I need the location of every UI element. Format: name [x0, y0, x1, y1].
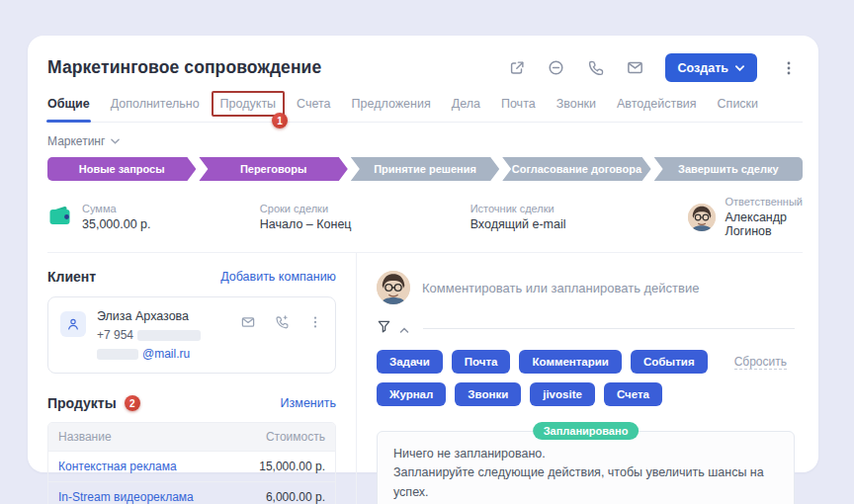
contact-details: Элиза Архазова +7 954 @mail.ru	[97, 309, 201, 361]
create-button[interactable]: Создать	[665, 53, 757, 82]
tab-invoices[interactable]: Счета	[297, 97, 330, 111]
create-button-label: Создать	[678, 61, 728, 75]
product-name-link[interactable]: In-Stream видеореклама	[58, 490, 194, 504]
dates-label: Сроки сделки	[260, 203, 352, 214]
tab-activities[interactable]: Дела	[452, 97, 480, 111]
timeline-filter-row	[377, 319, 795, 338]
contact-phone-icon[interactable]	[273, 313, 290, 330]
redacted-phone	[137, 330, 201, 341]
client-heading: Клиент	[47, 269, 96, 285]
products-table-header: Название Стоимость	[48, 423, 335, 451]
contact-phone[interactable]: +7 954	[97, 328, 201, 342]
filter-chip-calls[interactable]: Звонки	[455, 382, 521, 406]
comment-placeholder: Комментировать или запланировать действи…	[422, 281, 699, 295]
table-row: Контекстная реклама 15,000.00 р.	[48, 451, 335, 481]
header-actions: Создать	[507, 53, 799, 82]
filter-chip-jivosite[interactable]: jivosite	[530, 382, 595, 406]
mail-icon[interactable]	[626, 58, 645, 78]
col-price: Стоимость	[266, 430, 325, 444]
redacted-email	[97, 349, 138, 360]
responsible-avatar	[688, 204, 716, 231]
contact-email-domain: @mail.ru	[142, 347, 190, 361]
left-panel: Клиент Добавить компанию Элиза Архазова …	[47, 253, 356, 504]
source-value[interactable]: Входящий e-mail	[470, 217, 566, 231]
tab-general[interactable]: Общие	[47, 97, 90, 111]
dates-value[interactable]: Начало – Конец	[260, 217, 352, 231]
tab-general-label: Общие	[47, 97, 90, 111]
responsible-value[interactable]: Александр Логинов	[725, 210, 803, 238]
add-company-link[interactable]: Добавить компанию	[220, 270, 336, 284]
tab-products[interactable]: Продукты 1	[212, 91, 285, 117]
content-columns: Клиент Добавить компанию Элиза Архазова …	[47, 252, 803, 504]
funnel-icon[interactable]	[377, 319, 391, 338]
contact-quick-actions	[239, 309, 323, 361]
filter-chip-log[interactable]: Журнал	[377, 382, 446, 406]
tab-bar: Общие Дополнительно Продукты 1 Счета Пре…	[47, 97, 803, 123]
products-heading: Продукты	[47, 395, 117, 411]
product-price: 15,000.00 р.	[259, 460, 325, 473]
tab-additional[interactable]: Дополнительно	[111, 97, 200, 111]
tab-automation[interactable]: Автодействия	[617, 97, 697, 111]
products-table: Название Стоимость Контекстная реклама 1…	[47, 422, 336, 504]
filter-chip-invoices[interactable]: Счета	[604, 382, 662, 406]
tab-calls[interactable]: Звонки	[556, 97, 596, 111]
phone-icon[interactable]	[586, 58, 606, 78]
planned-status-badge: Запланировано	[533, 422, 640, 440]
col-name: Название	[58, 430, 112, 444]
link-icon[interactable]	[547, 58, 566, 78]
contact-email[interactable]: @mail.ru	[97, 347, 201, 361]
field-source: Источник сделки Входящий e-mail	[470, 196, 689, 238]
stage-negotiation[interactable]: Переговоры	[199, 157, 347, 181]
product-price: 6,000.00 р.	[266, 490, 325, 504]
planned-line2: Запланируйте следующие действия, чтобы у…	[393, 463, 778, 502]
filter-chip-mail[interactable]: Почта	[452, 350, 511, 374]
field-responsible: Ответственный Александр Логинов	[688, 196, 803, 238]
stage-new-requests[interactable]: Новые запросы	[47, 157, 196, 181]
amount-value: 35,000.00 р.	[82, 217, 151, 231]
tab-products-label: Продукты	[220, 97, 276, 111]
contact-name[interactable]: Элиза Архазова	[97, 309, 201, 323]
annotation-badge-2: 2	[125, 395, 140, 411]
pipeline-category-label: Маркетинг	[47, 134, 105, 148]
timeline-panel: Комментировать или запланировать действи…	[356, 253, 803, 504]
open-in-new-icon[interactable]	[507, 58, 527, 78]
filter-chip-comments[interactable]: Комментарии	[519, 350, 621, 374]
annotation-badge-1: 1	[272, 113, 288, 128]
active-tab-underline	[46, 120, 91, 123]
filter-chip-tasks[interactable]: Задачи	[377, 350, 443, 374]
tab-quotes[interactable]: Предложения	[352, 97, 431, 111]
products-section-header: Продукты 2 Изменить	[47, 395, 336, 411]
deal-summary-row: Сумма 35,000.00 р. Сроки сделки Начало –…	[47, 196, 803, 252]
filter-divider	[423, 328, 795, 329]
product-name-link[interactable]: Контекстная реклама	[58, 460, 177, 473]
client-contact-card[interactable]: Элиза Архазова +7 954 @mail.ru	[47, 296, 336, 374]
filter-chip-events[interactable]: События	[631, 350, 708, 374]
reset-filters-link[interactable]: Сбросить	[734, 355, 787, 370]
kebab-menu-icon[interactable]	[779, 58, 799, 78]
field-dates: Сроки сделки Начало – Конец	[260, 196, 470, 238]
stage-close-deal[interactable]: Завершить сделку	[654, 157, 803, 181]
stage-contract[interactable]: Согласование договора	[502, 157, 650, 181]
contact-kebab-menu-icon[interactable]	[306, 313, 323, 330]
planned-actions-box: Запланировано Ничего не запланировано. З…	[377, 431, 795, 504]
stage-decision[interactable]: Принятие решения	[351, 157, 499, 181]
composer-avatar	[377, 271, 410, 304]
pipeline-stage-bar: Новые запросы Переговоры Принятие решени…	[47, 157, 803, 181]
wallet-icon	[47, 204, 73, 231]
contact-mail-icon[interactable]	[239, 313, 256, 330]
tab-lists[interactable]: Списки	[718, 97, 758, 111]
comment-input[interactable]: Комментировать или запланировать действи…	[377, 271, 795, 304]
edit-products-link[interactable]: Изменить	[281, 396, 336, 410]
amount-label: Сумма	[82, 203, 151, 214]
client-section-header: Клиент Добавить компанию	[47, 269, 336, 285]
field-amount: Сумма 35,000.00 р.	[47, 196, 260, 238]
deal-card: Маркетинговое сопровождение Создать	[28, 36, 818, 472]
page-title: Маркетинговое сопровождение	[47, 57, 321, 78]
deal-header: Маркетинговое сопровождение Создать	[47, 53, 803, 82]
source-label: Источник сделки	[470, 203, 566, 214]
planned-line1: Ничего не запланировано.	[393, 445, 778, 463]
collapse-chevron-icon[interactable]	[399, 320, 409, 338]
tab-mail[interactable]: Почта	[501, 97, 536, 111]
filter-chips-area: Задачи Почта Комментарии События Журнал …	[377, 350, 795, 406]
pipeline-category-dropdown[interactable]: Маркетинг	[47, 134, 120, 148]
